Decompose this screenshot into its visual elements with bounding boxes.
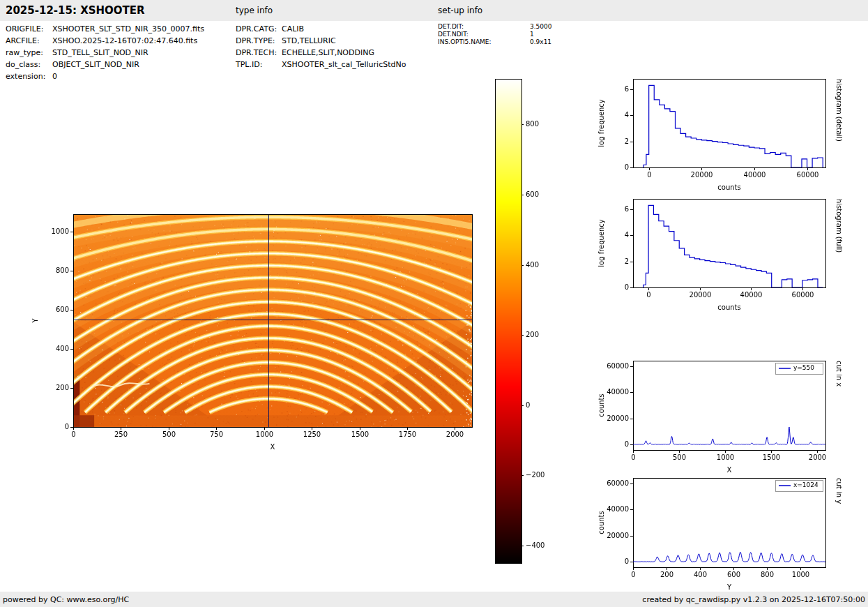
info-value: 3.5000 <box>530 23 552 30</box>
info-label: DPR.TYPE: <box>236 35 282 47</box>
file-info-block: ORIGFILE:XSHOOTER_SLT_STD_NIR_350_0007.f… <box>6 23 204 82</box>
footer-right-text: created by qc_rawdisp.py v1.2.3 on 2025-… <box>642 595 865 604</box>
info-label: DPR.TECH: <box>236 47 282 59</box>
cut-in-x-plot <box>594 350 845 486</box>
info-row: DET.NDIT:1 <box>438 31 552 38</box>
info-label: INS.OPTI5.NAME: <box>438 38 530 46</box>
info-value: STD,TELLURIC <box>282 36 336 45</box>
type-info-heading: type info <box>236 6 273 15</box>
info-row: TPL.ID:XSHOOTER_slt_cal_TelluricStdNo <box>236 59 406 70</box>
info-label: do_class: <box>6 59 52 70</box>
info-label: raw_type: <box>6 47 52 59</box>
info-row: DPR.TYPE:STD,TELLURIC <box>236 35 406 47</box>
info-value: XSHOO.2025-12-16T07:02:47.640.fits <box>52 36 197 45</box>
info-value: XSHOOTER_SLT_STD_NIR_350_0007.fits <box>52 24 204 33</box>
info-value: 1 <box>530 31 534 38</box>
detector-image-plot <box>28 200 488 472</box>
info-value: STD_TELL_SLIT_NOD_NIR <box>52 48 149 57</box>
info-label: ARCFILE: <box>6 35 52 47</box>
info-label: DET.DIT: <box>438 23 530 31</box>
setup-info-heading: set-up info <box>438 6 482 15</box>
page-title: 2025-12-15: XSHOOTER <box>6 4 145 17</box>
qc-report-page: 2025-12-15: XSHOOTER type info set-up in… <box>0 0 868 607</box>
setup-info-block: DET.DIT:3.5000 DET.NDIT:1 INS.OPTI5.NAME… <box>438 23 552 46</box>
info-label: extension: <box>6 70 52 82</box>
info-label: TPL.ID: <box>236 59 282 70</box>
info-row: DET.DIT:3.5000 <box>438 23 552 31</box>
info-row: do_class:OBJECT_SLIT_NOD_NIR <box>6 59 204 70</box>
info-row: DPR.CATG:CALIB <box>236 23 406 35</box>
info-value: OBJECT_SLIT_NOD_NIR <box>52 60 139 69</box>
info-value: XSHOOTER_slt_cal_TelluricStdNo <box>282 60 406 69</box>
info-value: ECHELLE,SLIT,NODDING <box>282 48 374 57</box>
info-label: ORIGFILE: <box>6 23 52 35</box>
header-bar: 2025-12-15: XSHOOTER type info set-up in… <box>0 0 868 21</box>
info-value: 0 <box>52 72 57 81</box>
info-row: INS.OPTI5.NAME:0.9x11 <box>438 38 552 46</box>
footer-left-text: powered by QC: www.eso.org/HC <box>3 595 129 604</box>
info-value: 0.9x11 <box>530 38 551 45</box>
info-value: CALIB <box>282 24 304 33</box>
histogram-detail-plot <box>594 66 845 202</box>
info-row: extension:0 <box>6 70 204 82</box>
histogram-full-plot <box>594 186 845 322</box>
cut-in-y-plot <box>594 467 845 604</box>
info-row: raw_type:STD_TELL_SLIT_NOD_NIR <box>6 47 204 59</box>
colorbar <box>488 73 547 572</box>
info-label: DET.NDIT: <box>438 31 530 38</box>
info-row: ORIGFILE:XSHOOTER_SLT_STD_NIR_350_0007.f… <box>6 23 204 35</box>
info-row: DPR.TECH:ECHELLE,SLIT,NODDING <box>236 47 406 59</box>
footer-bar: powered by QC: www.eso.org/HC created by… <box>0 592 868 607</box>
info-row: ARCFILE:XSHOO.2025-12-16T07:02:47.640.fi… <box>6 35 204 47</box>
type-info-block: DPR.CATG:CALIB DPR.TYPE:STD,TELLURIC DPR… <box>236 23 406 70</box>
info-label: DPR.CATG: <box>236 23 282 35</box>
